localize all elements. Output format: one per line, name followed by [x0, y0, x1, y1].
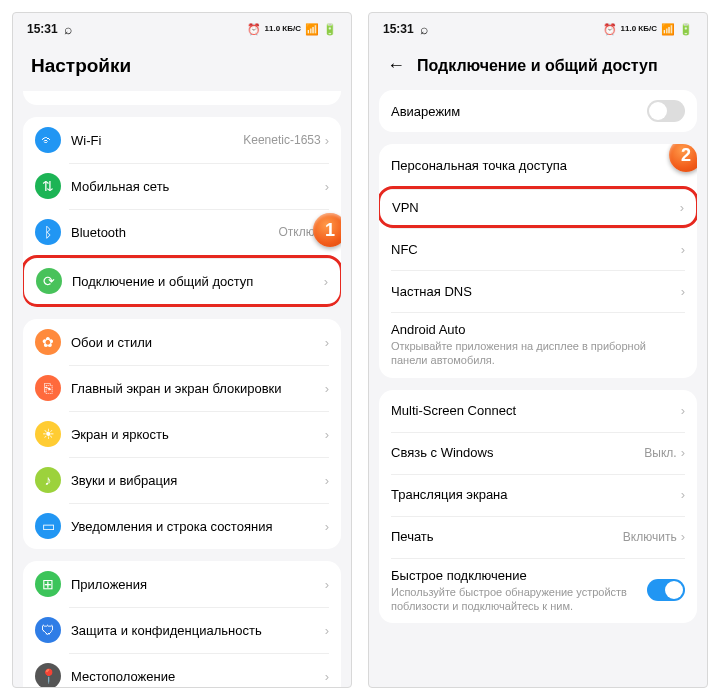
row-label: Персональная точка доступа: [391, 158, 681, 173]
chevron-icon: ›: [325, 133, 329, 148]
row-label: Главный экран и экран блокировки: [71, 381, 325, 396]
row-wifi[interactable]: ᯤ Wi-Fi Keenetic-1653 ›: [23, 117, 341, 163]
network-group: Персональная точка доступа › VPN › NFC ›…: [379, 144, 697, 378]
row-label: Печать: [391, 529, 623, 544]
status-time: 15:31: [383, 22, 414, 36]
battery-icon: 🔋: [679, 23, 693, 36]
row-label: Wi-Fi: [71, 133, 243, 148]
row-label: VPN: [392, 200, 680, 215]
row-mobile-network[interactable]: ⇅ Мобильная сеть ›: [23, 163, 341, 209]
chevron-icon: ›: [325, 669, 329, 684]
row-sub: Открывайте приложения на дисплее в прибо…: [391, 339, 685, 368]
row-label: Частная DNS: [391, 284, 681, 299]
row-label: Приложения: [71, 577, 325, 592]
connection-content: Авиарежим Персональная точка доступа › V…: [369, 90, 707, 687]
notification-icon: ▭: [35, 513, 61, 539]
airplane-group: Авиарежим: [379, 90, 697, 132]
step-badge-1: 1: [313, 213, 341, 247]
row-label: Экран и яркость: [71, 427, 325, 442]
row-sub: Используйте быстрое обнаружение устройст…: [391, 585, 647, 614]
chevron-icon: ›: [681, 487, 685, 502]
row-display[interactable]: ☀ Экран и яркость ›: [23, 411, 341, 457]
row-label: Местоположение: [71, 669, 325, 684]
chevron-icon: ›: [681, 284, 685, 299]
row-label: NFC: [391, 242, 681, 257]
alarm-icon: ⏰: [247, 23, 261, 36]
chevron-icon: ›: [681, 403, 685, 418]
row-label: Обои и стили: [71, 335, 325, 350]
chevron-icon: ›: [325, 623, 329, 638]
chevron-icon: ›: [325, 335, 329, 350]
row-private-dns[interactable]: Частная DNS ›: [379, 270, 697, 312]
row-wallpaper[interactable]: ✿ Обои и стили ›: [23, 319, 341, 365]
row-android-auto[interactable]: Android Auto Открывайте приложения на ди…: [379, 312, 697, 378]
network-speed: 11.0 КБ/С: [265, 25, 301, 33]
previous-group-fragment: [23, 91, 341, 105]
brightness-icon: ☀: [35, 421, 61, 447]
row-location[interactable]: 📍 Местоположение ›: [23, 653, 341, 687]
row-link-windows[interactable]: Связь с Windows Выкл. ›: [379, 432, 697, 474]
row-notifications[interactable]: ▭ Уведомления и строка состояния ›: [23, 503, 341, 549]
status-bar: 15:31 ⏰ 11.0 КБ/С 📶 🔋: [13, 13, 351, 45]
status-time: 15:31: [27, 22, 58, 36]
row-privacy[interactable]: 🛡 Защита и конфиденциальность ›: [23, 607, 341, 653]
row-label: Bluetooth: [71, 225, 278, 240]
row-multiscreen[interactable]: Multi-Screen Connect ›: [379, 390, 697, 432]
chevron-icon: ›: [680, 200, 684, 215]
apps-icon: ⊞: [35, 571, 61, 597]
sound-icon: ♪: [35, 467, 61, 493]
battery-icon: 🔋: [323, 23, 337, 36]
row-label: Multi-Screen Connect: [391, 403, 681, 418]
status-bar: 15:31 ⏰ 11.0 КБ/С 📶 🔋: [369, 13, 707, 45]
chevron-icon: ›: [325, 519, 329, 534]
row-airplane-mode[interactable]: Авиарежим: [379, 90, 697, 132]
chevron-icon: ›: [325, 427, 329, 442]
row-label: Подключение и общий доступ: [72, 274, 324, 289]
page-header: ← Подключение и общий доступ: [369, 45, 707, 90]
chevron-icon: ›: [681, 529, 685, 544]
chevron-icon: ›: [325, 473, 329, 488]
row-apps[interactable]: ⊞ Приложения ›: [23, 561, 341, 607]
row-connection-sharing[interactable]: ⟳ Подключение и общий доступ ›: [23, 255, 341, 307]
row-label: Авиарежим: [391, 104, 647, 119]
personalization-group: ✿ Обои и стили › ⎘ Главный экран и экран…: [23, 319, 341, 549]
row-cast[interactable]: Трансляция экрана ›: [379, 474, 697, 516]
row-hotspot[interactable]: Персональная точка доступа ›: [379, 144, 697, 186]
row-print[interactable]: Печать Включить ›: [379, 516, 697, 558]
chevron-icon: ›: [324, 274, 328, 289]
privacy-icon: 🛡: [35, 617, 61, 643]
row-label: Трансляция экрана: [391, 487, 681, 502]
row-nfc[interactable]: NFC ›: [379, 228, 697, 270]
connectivity-group: ᯤ Wi-Fi Keenetic-1653 › ⇅ Мобильная сеть…: [23, 117, 341, 307]
chevron-icon: ›: [681, 445, 685, 460]
page-title: Настройки: [31, 55, 131, 77]
alarm-icon: ⏰: [603, 23, 617, 36]
wifi-icon: 📶: [305, 23, 319, 36]
settings-content: ᯤ Wi-Fi Keenetic-1653 › ⇅ Мобильная сеть…: [13, 91, 351, 687]
sharing-group: Multi-Screen Connect › Связь с Windows В…: [379, 390, 697, 624]
phone-screenshot-left: 15:31 ⏰ 11.0 КБ/С 📶 🔋 Настройки ᯤ Wi-Fi …: [12, 12, 352, 688]
row-sound[interactable]: ♪ Звуки и вибрация ›: [23, 457, 341, 503]
status-search-icon: [64, 21, 72, 37]
row-label: Android Auto: [391, 322, 685, 337]
share-icon: ⟳: [36, 268, 62, 294]
row-vpn[interactable]: VPN ›: [379, 186, 697, 228]
toggle-airplane[interactable]: [647, 100, 685, 122]
bluetooth-icon: ᛒ: [35, 219, 61, 245]
row-label: Защита и конфиденциальность: [71, 623, 325, 638]
row-quick-connect[interactable]: Быстрое подключение Используйте быстрое …: [379, 558, 697, 624]
row-label: Быстрое подключение: [391, 568, 647, 583]
row-value: Keenetic-1653: [243, 133, 320, 147]
row-label: Звуки и вибрация: [71, 473, 325, 488]
back-button[interactable]: ←: [387, 55, 405, 76]
wifi-icon: 📶: [661, 23, 675, 36]
row-value: Выкл.: [644, 446, 676, 460]
chevron-icon: ›: [325, 577, 329, 592]
row-bluetooth[interactable]: ᛒ Bluetooth Отключ ›: [23, 209, 341, 255]
toggle-quick-connect[interactable]: [647, 579, 685, 601]
row-home-lock[interactable]: ⎘ Главный экран и экран блокировки ›: [23, 365, 341, 411]
row-label: Мобильная сеть: [71, 179, 325, 194]
chevron-icon: ›: [325, 179, 329, 194]
wallpaper-icon: ✿: [35, 329, 61, 355]
page-title: Подключение и общий доступ: [417, 57, 658, 75]
